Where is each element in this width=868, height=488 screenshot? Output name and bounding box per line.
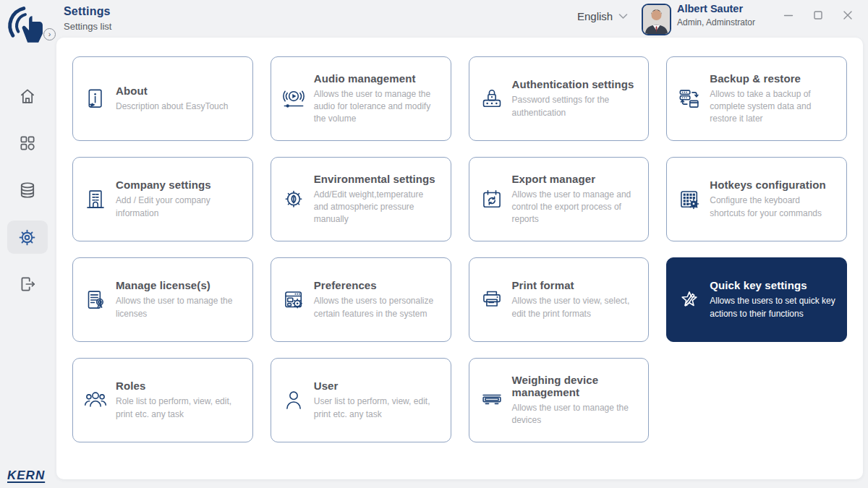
eco-gear-icon [280, 186, 307, 213]
window-controls [783, 9, 854, 21]
card-description: Allows the user to manage and control th… [512, 189, 639, 226]
card-title: Company settings [116, 179, 242, 191]
card-title: Environmental settings [314, 173, 441, 185]
card-description: Password settings for the authentication [512, 94, 639, 119]
settings-card-company[interactable]: Company settings Add / Edit your company… [72, 157, 253, 241]
page-subtitle: Settings list [64, 21, 111, 32]
card-title: Backup & restore [710, 72, 836, 85]
card-title: Print format [512, 279, 639, 291]
card-title: Roles [116, 380, 242, 392]
sidebar-item-apps[interactable] [7, 127, 48, 160]
card-title: Preferences [314, 279, 441, 291]
maximize-button[interactable] [812, 9, 824, 21]
home-icon [18, 87, 37, 106]
sidebar-expand-button[interactable]: › [43, 28, 56, 40]
card-description: Allows the user to manage the devices [512, 402, 639, 427]
preferences-window-icon [280, 286, 307, 314]
card-title: Hotkeys configuration [710, 179, 836, 191]
settings-gear-icon [17, 228, 37, 247]
minimize-icon [783, 10, 793, 20]
card-description: Allows the users to set quick key action… [710, 295, 836, 320]
card-title: About [116, 85, 228, 97]
logout-icon [18, 275, 37, 294]
settings-panel: About Description about EasyTouch Audio … [56, 38, 863, 479]
settings-card-preferences[interactable]: Preferences Allows the users to personal… [271, 257, 451, 342]
settings-card-grid: About Description about EasyTouch Audio … [56, 38, 863, 461]
card-title: Authentication settings [512, 78, 639, 90]
weighing-scale-icon [478, 387, 506, 414]
chevron-down-icon [618, 13, 628, 20]
settings-card-export-manager[interactable]: Export manager Allows the user to manage… [469, 157, 650, 241]
card-description: Allows the users to personalize certain … [314, 295, 441, 320]
card-description: User list to perform, view, edit, print … [314, 395, 441, 420]
settings-card-backup-restore[interactable]: Backup & restore Allows to take a backup… [666, 56, 847, 141]
sidebar-item-database[interactable] [7, 174, 48, 207]
avatar-photo [643, 5, 670, 34]
roles-group-icon [82, 387, 109, 414]
avatar[interactable] [642, 4, 671, 35]
settings-card-user[interactable]: User User list to perform, view, edit, p… [271, 358, 451, 442]
sidebar: › [0, 0, 54, 488]
card-description: Allows the user to manage the licenses [116, 295, 242, 320]
lock-keypad-icon [478, 85, 506, 113]
user-block: Albert Sauter Admin, Adminstrator [677, 3, 755, 27]
settings-card-about[interactable]: About Description about EasyTouch [72, 56, 253, 141]
settings-card-environmental[interactable]: Environmental settings Add/Edit weight,t… [271, 157, 451, 241]
export-calendar-icon [478, 186, 506, 213]
card-description: Description about EasyTouch [116, 100, 228, 113]
close-icon [843, 10, 853, 20]
sidebar-item-home[interactable] [7, 80, 48, 113]
user-name: Albert Sauter [677, 3, 755, 14]
sidebar-item-logout[interactable] [7, 267, 48, 301]
hotkeys-keypad-icon [676, 186, 703, 213]
about-icon [82, 85, 109, 113]
card-description: Add/Edit weight,temperature and atmosphe… [314, 189, 441, 226]
card-description: Add / Edit your company information [116, 194, 242, 219]
page-title: Settings [64, 5, 111, 18]
database-icon [18, 181, 37, 200]
user-role: Admin, Adminstrator [677, 17, 755, 27]
card-title: Weighing device management [512, 374, 639, 398]
settings-card-roles[interactable]: Roles Role list to perform, view, edit, … [72, 358, 253, 442]
card-title: Manage license(s) [116, 279, 242, 291]
settings-card-quick-key[interactable]: Quick key settings Allows the users to s… [666, 257, 847, 342]
settings-card-authentication[interactable]: Authentication settings Password setting… [469, 56, 650, 141]
page-title-block: Settings Settings list [64, 5, 111, 32]
settings-card-hotkeys[interactable]: Hotkeys configuration Configure the keyb… [666, 157, 847, 241]
printer-icon [478, 286, 506, 314]
language-selector[interactable]: English [577, 10, 628, 22]
settings-card-weighing-device[interactable]: Weighing device management Allows the us… [469, 358, 650, 442]
card-description: Allows the user to view, select, edit th… [512, 295, 639, 320]
card-title: Export manager [512, 173, 639, 185]
audio-icon [280, 85, 307, 113]
user-icon [280, 387, 307, 414]
apps-grid-icon [18, 134, 37, 153]
backup-restore-icon [676, 85, 703, 113]
card-description: Role list to perform, view, edit, print … [116, 395, 242, 420]
settings-card-audio-management[interactable]: Audio management Allows the user to mana… [271, 56, 451, 141]
sidebar-nav [0, 80, 54, 314]
card-description: Allows the user to manage the audio for … [314, 88, 441, 125]
minimize-button[interactable] [783, 9, 794, 21]
sidebar-item-settings[interactable] [7, 221, 48, 254]
language-label: English [577, 10, 613, 22]
kern-logo: KERN [7, 468, 45, 483]
card-description: Configure the keyboard shortcuts for you… [710, 194, 836, 219]
header: Settings Settings list English Albert Sa… [54, 0, 868, 43]
card-title: User [314, 380, 441, 392]
card-title: Quick key settings [710, 279, 836, 291]
maximize-icon [813, 10, 823, 20]
settings-card-print-format[interactable]: Print format Allows the user to view, se… [469, 257, 650, 342]
easytouch-logo-icon [4, 1, 48, 46]
card-title: Audio management [314, 72, 441, 85]
close-button[interactable] [842, 9, 854, 21]
license-certificate-icon [82, 286, 109, 314]
building-icon [82, 186, 109, 213]
settings-card-manage-licenses[interactable]: Manage license(s) Allows the user to man… [72, 257, 253, 342]
card-description: Allows to take a backup of complete syst… [710, 88, 836, 125]
quick-key-star-icon [676, 286, 703, 314]
